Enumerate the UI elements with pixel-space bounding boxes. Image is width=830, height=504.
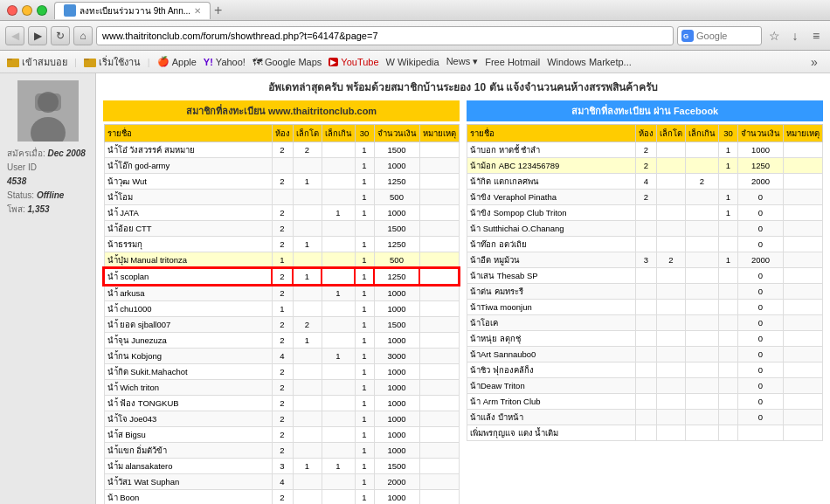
avatar-image: [17, 80, 79, 142]
table-row: น้าขิง Sompop Club Triton 1 0: [467, 204, 823, 220]
bookmark-hotmail[interactable]: Free Hotmail: [485, 57, 540, 67]
bookmark-windows[interactable]: Windows Marketp...: [547, 57, 632, 67]
table-row: น้าArt Sannaubo0 0: [467, 346, 823, 362]
bookmark-youtube[interactable]: ▶ YouTube: [329, 57, 378, 67]
table-row: นำ้ Wich triton 2 1 1000: [104, 379, 459, 395]
right-col-h: ห้อง: [636, 124, 657, 142]
folder-icon-2: [84, 56, 96, 68]
bookmarks-bar: เข้าสมบอย | เริ่มใช้งาน | 🍎 Apple Y! Yah…: [0, 51, 830, 73]
search-input[interactable]: [696, 31, 757, 41]
refresh-button[interactable]: ↻: [51, 26, 70, 45]
posts-row: โพส: 1,353: [7, 203, 88, 217]
table-row: นำ้จุน Junezuza 2 1 1 1000: [104, 332, 459, 348]
col-header-name: รายชื่อ: [104, 124, 272, 142]
youtube-label: YouTube: [341, 57, 378, 67]
table-row: น้าธรรมกุ 2 1 1 1250: [104, 236, 459, 252]
table-row: น้าท๊อก อตว่เถิย 0: [467, 236, 823, 252]
bookmark-saomboy[interactable]: เข้าสมบอย: [7, 54, 67, 70]
bookmark-yahoo[interactable]: Y! Yahoo!: [204, 57, 246, 67]
maps-icon: 🗺: [252, 57, 262, 67]
right-table-header-row: รายชื่อ ห้อง เล็กโต เล็กเกิน 30 จำนวนเงิ…: [467, 124, 823, 142]
left-table: รายชื่อ ห้อง เล็กโต เล็กเกิน 30 จำนวนเงิ…: [103, 124, 460, 504]
page-title: อัพเดทล่าสุดครับ พร้อมด้วยสมาชิกบ้านระยอ…: [103, 80, 823, 95]
back-button[interactable]: ◀: [5, 26, 24, 45]
table-row: น้า Arm Triton Club 0: [467, 393, 823, 409]
tab-bar: ลงทะเบียนร่วมวาน 9th Ann... ✕ +: [54, 2, 823, 19]
bookmark-label-2: เริ่มใช้งาน: [99, 54, 141, 70]
new-tab-button[interactable]: +: [214, 3, 222, 18]
left-table-body: นำ้โอ๋ วังสวรรค์ สมหมาย 2 2 1 1500 นำ้โอ…: [104, 142, 459, 504]
navbar: ◀ ▶ ↻ ⌂ G ☆ ↓ ≡: [0, 21, 830, 51]
bookmark-news[interactable]: News ▾: [446, 56, 479, 67]
tab-close-button[interactable]: ✕: [194, 6, 201, 16]
content-area: สมัครเมื่อ: Dec 2008 User ID 4538 Status…: [0, 73, 830, 504]
table-row: นำ้ส Bigsu 2 1 1000: [104, 426, 459, 442]
bookmark-star-icon[interactable]: ☆: [765, 27, 783, 45]
col-header-s: เล็กโต: [293, 124, 322, 142]
close-button[interactable]: [7, 5, 17, 16]
home-button[interactable]: ⌂: [73, 26, 93, 45]
status-row: Status: Offline: [7, 189, 88, 203]
table-row: น้าDeaw Triton 0: [467, 377, 823, 393]
svg-rect-9: [35, 93, 61, 111]
bookmark-apple[interactable]: 🍎 Apple: [157, 56, 197, 67]
bookmark-googlemaps[interactable]: 🗺 Google Maps: [252, 57, 322, 67]
col-header-amt: จำนวนเงิน: [374, 124, 419, 142]
table-row: น้า Boon 2 1 1000: [104, 489, 459, 504]
tab-favicon: [64, 4, 76, 17]
left-section-header: สมาชิกที่ลงทะเบียน www.thaitritonclub.co…: [103, 100, 460, 121]
table-row: นำ้ม alansakatero 3 1 1 1 1500: [104, 458, 459, 473]
table-row: นำ้ scoplan 2 1 1 1250: [104, 268, 459, 285]
address-bar[interactable]: [96, 26, 674, 45]
right-section: สมาชิกที่ลงทะเบียน ผ่าน Facebook รายชื่อ…: [467, 100, 823, 504]
right-table: รายชื่อ ห้อง เล็กโต เล็กเกิน 30 จำนวนเงิ…: [467, 124, 823, 441]
bookmark-start[interactable]: เริ่มใช้งาน: [84, 54, 141, 70]
youtube-icon: ▶: [329, 58, 338, 66]
posts-label: โพส:: [7, 204, 25, 214]
right-col-xs: เล็กเกิน: [686, 124, 719, 142]
active-tab[interactable]: ลงทะเบียนร่วมวาน 9th Ann... ✕: [54, 2, 211, 19]
bookmark-wikipedia[interactable]: W Wikipedia: [386, 57, 439, 67]
status-value: Offline: [37, 190, 64, 200]
table-row: นำ้โจ Joe043 2 1 1000: [104, 411, 459, 426]
col-header-30: 30: [355, 124, 374, 142]
right-col-30: 30: [719, 124, 738, 142]
col-header-note: หมายเหตุ: [419, 124, 459, 142]
table-row: น้าTiwa moonjun 0: [467, 299, 823, 314]
svg-rect-5: [84, 59, 89, 60]
maximize-button[interactable]: [37, 5, 47, 16]
minimize-button[interactable]: [22, 5, 32, 16]
window-controls: [7, 5, 47, 16]
right-col-s: เล็กโต: [657, 124, 686, 142]
col-header-xs: เล็กเกิน: [322, 124, 355, 142]
user-id-label: User ID: [7, 162, 37, 172]
member-since-row: สมัครเมื่อ: Dec 2008: [7, 147, 88, 161]
sidebar: สมัครเมื่อ: Dec 2008 User ID 4538 Status…: [0, 73, 96, 504]
download-icon[interactable]: ↓: [786, 27, 804, 45]
more-bookmarks-icon[interactable]: »: [806, 53, 823, 71]
maps-label: Google Maps: [265, 57, 322, 67]
right-table-body: น้าบอก หาดชั้ ชำลำ 2 1 1000 น้าม้อก ABC …: [467, 142, 823, 440]
avatar: [17, 80, 79, 142]
table-row: นำ้กน Kobjong 4 1 1 3000: [104, 348, 459, 363]
svg-rect-3: [7, 59, 12, 60]
right-col-name: รายชื่อ: [467, 124, 636, 142]
table-row: นำ้กิด Sukit.Mahachot 2 1 1000: [104, 363, 459, 379]
table-row: น้าโอเค 0: [467, 314, 823, 330]
separator: |: [74, 57, 77, 67]
forward-button[interactable]: ▶: [28, 26, 47, 45]
windows-label: Windows Marketp...: [547, 57, 632, 67]
right-col-amt: จำนวนเงิน: [738, 124, 784, 142]
settings-icon[interactable]: ≡: [807, 27, 825, 45]
user-id-value: 4538: [7, 176, 26, 186]
page-content: อัพเดทล่าสุดครับ พร้อมด้วยสมาชิกบ้านระยอ…: [96, 73, 830, 504]
svg-text:G: G: [683, 32, 688, 40]
user-id-row: User ID 4538: [7, 161, 88, 189]
news-label: News ▾: [446, 56, 479, 67]
titlebar: ลงทะเบียนร่วมวาน 9th Ann... ✕ +: [0, 0, 830, 21]
left-table-header-row: รายชื่อ ห้อง เล็กโต เล็กเกิน 30 จำนวนเงิ…: [104, 124, 459, 142]
table-row: นำ้โอ๊ก god-army 1 1000: [104, 157, 459, 173]
table-row: น้าต่น คมทระรี 0: [467, 283, 823, 299]
right-col-note: หมายเหตุ: [784, 124, 823, 142]
table-row: น้าวุฒ Wut 2 1 1 1250: [104, 173, 459, 189]
